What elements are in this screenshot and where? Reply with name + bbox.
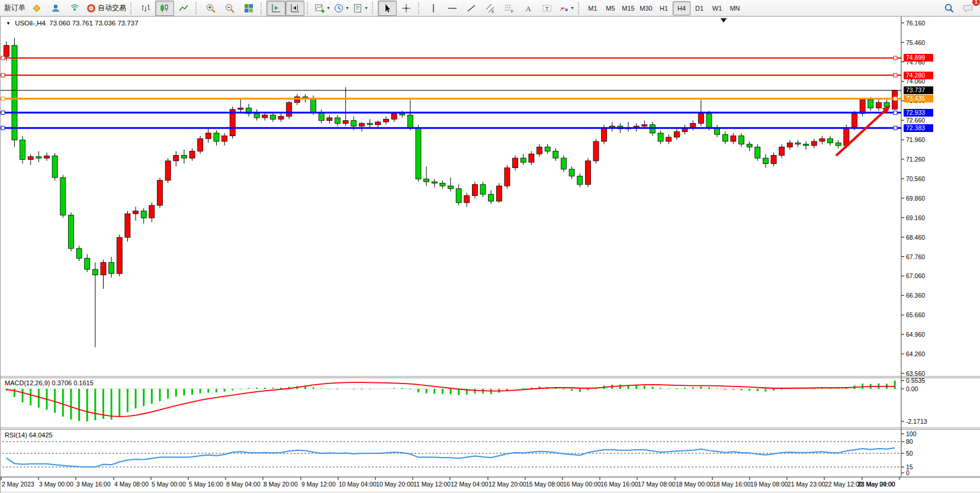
tile-windows-button[interactable] [239, 1, 258, 16]
dropdown-caret-icon[interactable]: ▾ [365, 5, 367, 11]
candle-body [125, 214, 130, 237]
candle-body [561, 158, 566, 169]
add-indicator-button[interactable]: ▾ [313, 1, 332, 16]
tab-timeframe-MN[interactable]: MN [726, 1, 744, 15]
toolbar-grip[interactable] [307, 2, 310, 14]
dropdown-caret-icon[interactable]: ▾ [346, 5, 348, 11]
arrows-button[interactable]: ▾ [557, 1, 576, 16]
bar-chart-icon [140, 3, 151, 14]
tab-timeframe-H1[interactable]: H1 [655, 1, 673, 15]
top-marker-icon[interactable] [721, 18, 727, 22]
time-periods-icon [333, 3, 344, 14]
candle-body [351, 121, 356, 126]
dropdown-caret-icon[interactable]: ▾ [571, 5, 573, 11]
zoom-in-button[interactable] [201, 1, 220, 16]
candle-body [480, 185, 486, 194]
x-axis-label: 10 May 20:00 [376, 481, 414, 488]
tab-timeframe-W1[interactable]: W1 [708, 1, 726, 15]
chart-shift-button[interactable] [285, 1, 304, 16]
candle-body [181, 155, 187, 158]
price-tick-label: 71.260 [906, 156, 925, 163]
time-periods-button[interactable]: ▾ [332, 1, 351, 16]
candle-body [85, 258, 90, 269]
rsi-axis-label: 50 [906, 450, 913, 457]
new-order-button[interactable]: 新订单 [2, 1, 27, 16]
line-handle[interactable] [1, 97, 5, 101]
line-chart-button[interactable] [174, 1, 193, 16]
price-tick-label: 69.160 [906, 214, 925, 221]
line-handle[interactable] [1, 111, 5, 114]
notifications-button[interactable]: 1 [959, 1, 978, 16]
templates-button[interactable]: ▾ [351, 1, 369, 16]
toolbar-grip[interactable] [578, 2, 581, 14]
toolbar-grip[interactable] [261, 2, 264, 14]
candle-body [666, 137, 671, 141]
profile-button[interactable] [46, 1, 65, 16]
candle-chart-button[interactable] [155, 1, 174, 16]
candle-body [416, 127, 421, 179]
candle-body [335, 118, 340, 123]
new-order-label: 新订单 [4, 3, 25, 13]
tab-timeframe-M30[interactable]: M30 [637, 1, 655, 15]
candle-body [489, 194, 494, 201]
candle-body [407, 115, 413, 127]
candle-body [383, 119, 388, 122]
text-label-button[interactable]: T [538, 1, 557, 16]
tab-timeframe-M1[interactable]: M1 [584, 1, 602, 15]
line-handle[interactable] [1, 56, 5, 60]
equidistant-channel-button[interactable]: E [481, 1, 500, 16]
diamond-button[interactable] [27, 1, 46, 16]
bar-chart-button[interactable] [136, 1, 155, 16]
horizontal-line-button[interactable] [443, 1, 462, 16]
zoom-out-button[interactable] [220, 1, 239, 16]
tab-timeframe-D1[interactable]: D1 [690, 1, 708, 15]
line-handle[interactable] [894, 97, 897, 101]
text-label-icon: T [542, 3, 552, 14]
macd-axis-label: -2.1713 [906, 418, 927, 425]
chart-window[interactable]: ▼ USOil-,H4 73.060 73.761 73.036 73.737 … [0, 17, 980, 493]
candle-body [577, 176, 583, 185]
candle-body [287, 102, 292, 117]
line-handle[interactable] [1, 73, 5, 77]
candle-body [884, 102, 889, 107]
vertical-line-button[interactable] [424, 1, 443, 16]
line-handle[interactable] [1, 126, 5, 130]
x-axis-label: 4 May 08:00 [114, 481, 149, 488]
candle-body [432, 182, 437, 183]
candle-body [440, 183, 445, 186]
toolbar-grip[interactable] [372, 2, 375, 14]
svg-text:T: T [545, 5, 549, 11]
collapse-triangle-icon[interactable]: ▼ [6, 21, 11, 26]
fibonacci-button[interactable]: F [500, 1, 519, 16]
candle-body [173, 155, 179, 160]
tab-timeframe-M5[interactable]: M5 [602, 1, 619, 15]
auto-scroll-button[interactable] [266, 1, 285, 16]
price-tick-label: 70.560 [906, 175, 925, 182]
cursor-button[interactable] [378, 1, 397, 16]
search-button[interactable] [940, 1, 959, 16]
crosshair-button[interactable] [397, 1, 416, 16]
line-handle[interactable] [894, 126, 897, 130]
text-button[interactable]: A [519, 1, 538, 16]
candle-body [92, 269, 98, 275]
price-tick-label: 69.860 [906, 195, 925, 202]
line-handle[interactable] [894, 111, 897, 114]
price-badge: 74.899 [904, 54, 933, 62]
price-badge: 73.435 [904, 95, 933, 102]
dropdown-caret-icon[interactable]: ▾ [327, 5, 329, 11]
chart-canvas[interactable] [0, 17, 980, 493]
auto-trading-button[interactable]: 自动交易 [84, 1, 128, 16]
toolbar-grip[interactable] [195, 2, 199, 14]
tab-timeframe-H4[interactable]: H4 [673, 1, 690, 15]
line-handle[interactable] [894, 56, 897, 60]
x-axis-label: 12 May 04:00 [451, 481, 489, 488]
candle-body [238, 108, 243, 109]
tab-timeframe-M15[interactable]: M15 [619, 1, 637, 15]
trend-line-button[interactable] [462, 1, 481, 16]
x-axis-label: 12 May 20:00 [489, 481, 526, 488]
toolbar-grip[interactable] [130, 2, 134, 14]
toolbar-grip[interactable] [418, 2, 422, 14]
candle-body [28, 157, 33, 160]
line-handle[interactable] [894, 73, 897, 77]
signal-button[interactable] [65, 1, 84, 16]
